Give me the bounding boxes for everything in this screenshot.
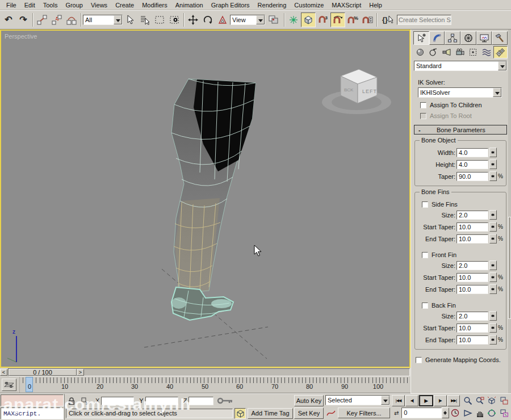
menu-maxscript[interactable]: MAXScript <box>328 1 365 9</box>
rectangular-selection-region-button[interactable] <box>152 12 167 27</box>
subtab-geometry[interactable] <box>413 46 426 58</box>
tab-create[interactable] <box>413 31 429 45</box>
side-start-taper-field[interactable]: 10.0 <box>456 222 488 232</box>
subtab-helpers[interactable] <box>467 46 480 58</box>
percent-snap-toggle[interactable]: % <box>345 12 360 27</box>
taper-field[interactable]: 90.0 <box>456 172 488 181</box>
y-coord-field[interactable] <box>145 397 178 405</box>
front-end-taper-field[interactable]: 10.0 <box>456 285 488 294</box>
ik-solver-dropdown[interactable]: IKHISolver <box>418 87 502 98</box>
selection-lock-toggle[interactable] <box>66 396 77 406</box>
mini-curve-editor-button[interactable] <box>2 379 16 391</box>
absolute-offset-toggle[interactable] <box>79 396 90 406</box>
unlink-selection-button[interactable] <box>49 12 64 27</box>
side-end-taper-field[interactable]: 10.0 <box>456 234 488 243</box>
zoom-all-button[interactable] <box>474 395 485 406</box>
select-and-rotate-button[interactable] <box>200 12 215 27</box>
front-fin-checkbox[interactable] <box>422 252 428 258</box>
frame-spinner[interactable] <box>442 408 449 418</box>
macro-recorder-pane[interactable] <box>1 394 64 406</box>
menu-create[interactable]: Create <box>111 1 138 9</box>
subtab-lights[interactable] <box>440 46 453 58</box>
use-pivot-point-center-button[interactable] <box>265 12 282 27</box>
bind-to-space-warp-button[interactable] <box>64 12 79 27</box>
spinner[interactable] <box>489 335 497 345</box>
auto-key-button[interactable]: Auto Key <box>294 395 324 406</box>
maxscript-mini-listener[interactable]: MAXScript. <box>0 394 65 420</box>
x-coord-field[interactable] <box>101 397 134 405</box>
spinner[interactable] <box>489 272 497 282</box>
default-in-out-tangents-button[interactable] <box>325 408 337 418</box>
zoom-extents-all-button[interactable] <box>499 395 510 406</box>
side-size-field[interactable]: 2.0 <box>456 211 488 220</box>
panel-scrollbar[interactable] <box>508 30 511 393</box>
back-start-taper-field[interactable]: 10.0 <box>456 324 488 333</box>
previous-frame-button[interactable]: ◀| <box>405 395 418 406</box>
menu-customize[interactable]: Customize <box>290 1 328 9</box>
redo-button[interactable]: ↷ <box>16 12 31 27</box>
subtab-cameras[interactable] <box>453 46 466 58</box>
field-of-view-button[interactable] <box>462 408 473 419</box>
undo-button[interactable]: ↶ <box>1 12 16 27</box>
tab-hierarchy[interactable] <box>445 31 460 45</box>
selection-filter-dropdown[interactable]: All <box>83 15 123 25</box>
snap-toggle-button[interactable] <box>301 12 316 27</box>
snap-3d-button[interactable]: 3 <box>316 12 330 27</box>
menu-help[interactable]: Help <box>365 1 386 9</box>
viewport-label[interactable]: Perspective <box>5 33 37 40</box>
window-crossing-toggle[interactable] <box>167 12 182 27</box>
z-coord-field[interactable] <box>189 397 213 405</box>
spinner[interactable] <box>489 222 497 232</box>
taper-spinner[interactable] <box>489 171 497 181</box>
select-and-manipulate-button[interactable] <box>286 12 301 27</box>
next-frame-button[interactable]: |▶ <box>434 395 447 406</box>
back-size-field[interactable]: 2.0 <box>456 312 488 321</box>
maxscript-pane[interactable]: MAXScript. <box>1 408 64 419</box>
menu-tools[interactable]: Tools <box>39 1 62 9</box>
menu-modifiers[interactable]: Modifiers <box>138 1 171 9</box>
key-mode-toggle[interactable]: ⇄ <box>392 408 401 418</box>
subtab-space-warps[interactable] <box>480 46 493 58</box>
previous-frame-arrow[interactable]: < <box>0 369 7 376</box>
arc-rotate-button[interactable] <box>486 408 497 419</box>
orientation-helper-cube[interactable]: BCK LEFT <box>322 69 391 114</box>
named-selection-field[interactable]: Create Selection Se <box>397 15 451 25</box>
spinner[interactable] <box>489 323 497 333</box>
spinner[interactable] <box>489 261 497 270</box>
front-size-field[interactable]: 2.0 <box>456 261 488 270</box>
leg-mesh[interactable] <box>171 79 256 320</box>
spinner[interactable] <box>489 210 497 220</box>
width-spinner[interactable] <box>489 148 497 157</box>
tab-display[interactable] <box>476 31 492 45</box>
spinner[interactable] <box>489 311 497 321</box>
back-fin-checkbox[interactable] <box>422 303 428 309</box>
perspective-viewport[interactable]: Perspective <box>0 30 411 368</box>
generate-mapping-checkbox[interactable] <box>416 357 422 363</box>
select-and-move-button[interactable] <box>186 12 200 27</box>
bone-parameters-rollout[interactable]: - Bone Parameters <box>414 125 507 135</box>
subtab-shapes[interactable] <box>426 46 439 58</box>
key-filters-button[interactable]: Key Filters... <box>338 408 390 418</box>
panel-scrollbar-thumb[interactable] <box>508 217 511 319</box>
reference-coordsys-dropdown[interactable]: View <box>230 15 265 25</box>
menu-file[interactable]: File <box>2 1 20 9</box>
select-by-name-button[interactable] <box>137 12 152 27</box>
time-slider-track[interactable]: 0 / 100 > <box>8 368 410 376</box>
set-keys-button[interactable] <box>215 396 236 406</box>
object-type-dropdown[interactable]: Standard <box>414 61 507 71</box>
spinner-snap-toggle[interactable] <box>360 12 375 27</box>
height-field[interactable]: 4.0 <box>456 160 488 169</box>
menu-edit[interactable]: Edit <box>20 1 39 9</box>
zoom-button[interactable] <box>462 395 473 406</box>
play-button[interactable]: ▶ <box>419 395 433 406</box>
next-frame-arrow[interactable]: > <box>77 369 84 376</box>
time-configuration-button[interactable] <box>450 408 460 418</box>
angle-snap-toggle[interactable] <box>330 12 345 27</box>
menu-views[interactable]: Views <box>87 1 111 9</box>
assign-to-children-checkbox[interactable] <box>420 102 426 108</box>
go-to-end-button[interactable]: ▶▶| <box>447 395 460 406</box>
tab-modify[interactable] <box>429 31 445 45</box>
zoom-extents-button[interactable] <box>486 395 497 406</box>
key-mode-dropdown[interactable]: Selected <box>325 395 390 405</box>
menu-animation[interactable]: Animation <box>171 1 207 9</box>
